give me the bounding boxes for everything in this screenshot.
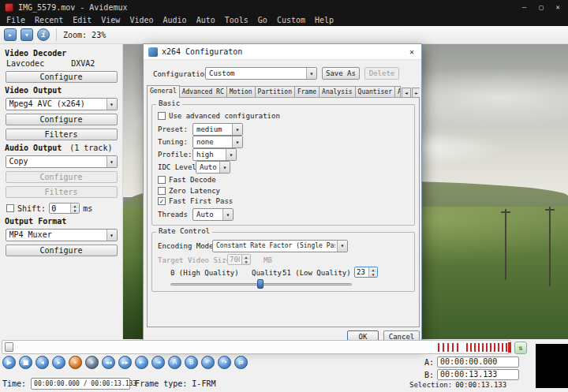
mark-a-button[interactable]: A — [168, 356, 181, 369]
menu-item-view[interactable]: View — [96, 16, 125, 24]
open-file-icon[interactable]: ▸ — [4, 28, 17, 41]
mark-b-button[interactable]: B — [185, 356, 198, 369]
tab-general[interactable]: General — [147, 85, 180, 98]
sidebar: Video Decoder Lavcodec DXVA2 Configure V… — [0, 44, 123, 339]
menu-item-help[interactable]: Help — [310, 16, 338, 24]
quality-input[interactable] — [355, 267, 368, 277]
toolbar: ▸ ▾ i Zoom: 23% — [0, 26, 568, 44]
info-icon[interactable]: i — [37, 28, 50, 41]
idc-level-select[interactable]: Auto — [196, 161, 230, 174]
utility-pole — [549, 207, 551, 286]
selection-label: Selection: — [409, 381, 452, 389]
spin-down-icon[interactable] — [369, 272, 377, 277]
zoom-control[interactable]: Zoom: 23% — [63, 31, 106, 39]
configuration-select[interactable]: Custom — [205, 67, 317, 80]
save-as-button[interactable]: Save As — [322, 67, 360, 80]
timeline-handle[interactable] — [5, 342, 13, 352]
tab-partition[interactable]: Partition — [255, 86, 295, 98]
hw-accel-label: DXVA2 — [71, 59, 95, 68]
preset-select[interactable]: medium — [192, 123, 243, 136]
toolbar-separator — [56, 28, 57, 41]
stop-button[interactable]: ■ — [19, 356, 32, 369]
chevron-down-icon — [337, 241, 347, 252]
jump-to-time-button[interactable]: ⇄ — [234, 356, 248, 369]
minimize-icon[interactable]: — — [522, 3, 526, 11]
menu-item-tools[interactable]: Tools — [220, 16, 253, 24]
video-thumbnail — [536, 344, 568, 388]
video-output-header: Video Output — [5, 86, 118, 95]
avidemux-window: IMG_5579.mov - Avidemux — ▢ ✕ File Recen… — [0, 0, 568, 392]
zero-latency-checkbox[interactable] — [158, 187, 166, 195]
redo-jump-button[interactable]: ↷ — [218, 356, 231, 369]
jog-wheel-icon[interactable]: ⇅ — [514, 342, 527, 354]
menu-item-auto[interactable]: Auto — [192, 16, 220, 24]
audio-filters-button: Filters — [6, 186, 118, 198]
threads-label: Threads — [158, 211, 188, 219]
save-icon[interactable]: ▾ — [21, 28, 33, 41]
close-icon[interactable]: ✕ — [556, 3, 560, 11]
dialog-titlebar[interactable]: x264 Configuraton ✕ — [144, 44, 421, 60]
prev-keyframe-button[interactable]: « — [69, 356, 82, 369]
time-field: 00:00:00.000 / 00:00:13.133 — [31, 378, 130, 390]
chevron-down-icon — [106, 156, 117, 167]
fast-first-pass-checkbox[interactable] — [158, 197, 166, 205]
marker-b-label: B: — [424, 371, 434, 379]
menu-item-audio[interactable]: Audio — [159, 16, 192, 24]
quality-max-label: 51 (Low Quality) — [282, 269, 351, 278]
target-size-input — [228, 255, 241, 264]
chevron-down-icon — [306, 68, 316, 79]
prev-black-frame-button[interactable]: ◂◂ — [102, 356, 115, 369]
tab-motion[interactable]: Motion — [226, 86, 256, 98]
timeline-end-marker — [508, 342, 511, 353]
tab-quantiser[interactable]: Quantiser — [355, 86, 395, 98]
last-frame-button[interactable]: ⇥ — [151, 356, 165, 369]
tuning-select[interactable]: none — [192, 136, 243, 148]
shift-checkbox[interactable] — [6, 204, 14, 212]
audio-configure-button: Configure — [6, 171, 118, 183]
video-output-configure-button[interactable]: Configure — [6, 114, 118, 125]
prev-frame-button[interactable]: ◂ — [36, 356, 49, 369]
menubar: File Recent Edit View Video Audio Auto T… — [0, 14, 568, 26]
play-button[interactable]: ▶ — [2, 356, 16, 369]
undo-jump-button[interactable]: ↶ — [201, 356, 215, 369]
menu-item-go[interactable]: Go — [253, 16, 272, 24]
tab-advanced-partial[interactable]: A — [394, 86, 401, 98]
menu-item-edit[interactable]: Edit — [68, 16, 96, 24]
shift-input[interactable] — [50, 203, 70, 213]
video-output-filters-button[interactable]: Filters — [6, 129, 118, 140]
marker-a-label: A: — [424, 358, 434, 367]
shift-input-group — [49, 203, 80, 214]
menu-item-file[interactable]: File — [2, 16, 30, 24]
zero-latency-row: Zero Latency — [158, 187, 220, 195]
video-decoder-configure-button[interactable]: Configure — [6, 71, 118, 83]
maximize-icon[interactable]: ▢ — [539, 3, 543, 11]
target-size-label: Target Video Size: — [158, 256, 235, 265]
encoding-mode-select[interactable]: Constant Rate Factor (Single Pass) — [212, 240, 348, 252]
audio-output-select[interactable]: Copy — [6, 155, 118, 168]
menu-item-recent[interactable]: Recent — [30, 16, 68, 24]
profile-select[interactable]: high — [192, 148, 237, 161]
output-format-select[interactable]: MP4 Muxer — [6, 229, 118, 241]
fast-decode-checkbox[interactable] — [158, 176, 166, 184]
tab-analysis[interactable]: Analysis — [319, 86, 356, 98]
output-format-configure-button[interactable]: Configure — [6, 245, 118, 256]
menu-item-custom[interactable]: Custom — [272, 16, 310, 24]
chevron-down-icon — [232, 136, 242, 147]
tab-advanced-rc[interactable]: Advanced RC — [179, 86, 227, 98]
next-keyframe-button[interactable]: » — [85, 356, 99, 369]
threads-select[interactable]: Auto — [192, 208, 234, 221]
timeline-slider[interactable] — [2, 340, 511, 354]
menu-item-video[interactable]: Video — [125, 16, 158, 24]
x264-configuration-dialog: x264 Configuraton ✕ Configuration: Custo… — [143, 43, 422, 345]
tab-frame[interactable]: Frame — [294, 86, 320, 98]
dialog-close-icon[interactable]: ✕ — [407, 47, 417, 56]
video-output-select[interactable]: Mpeg4 AVC (x264) — [6, 98, 118, 110]
use-advanced-config-checkbox[interactable] — [158, 112, 166, 120]
next-frame-button[interactable]: ▸ — [52, 356, 65, 369]
spin-down-icon[interactable] — [71, 208, 79, 213]
quality-slider-handle[interactable] — [257, 279, 263, 289]
use-advanced-config-row: Use advanced configuration — [158, 112, 280, 120]
next-black-frame-button[interactable]: ▸▸ — [118, 356, 132, 369]
first-frame-button[interactable]: ⇤ — [135, 356, 148, 369]
idc-level-label: IDC Level: — [158, 163, 200, 172]
